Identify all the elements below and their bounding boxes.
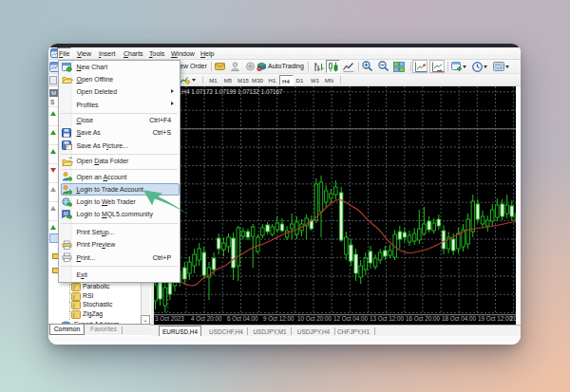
svg-text:18 Oct 04:00: 18 Oct 04:00 [442,315,477,322]
svg-text:M: M [64,211,68,216]
svg-text:4 Oct 20:00: 4 Oct 20:00 [191,315,222,322]
svg-text:13 Oct 12:00: 13 Oct 12:00 [370,315,405,322]
svg-text:12 Oct 04:00: 12 Oct 04:00 [333,315,369,322]
svg-text:6 Oct 04:00: 6 Oct 04:00 [227,315,258,322]
svg-text:9 Oct 12:00: 9 Oct 12:00 [263,315,294,322]
svg-text:19 Oct 12:00: 19 Oct 12:00 [478,315,513,322]
svg-text:10 Oct 20:00: 10 Oct 20:00 [297,315,332,322]
svg-text:16 Oct 20:00: 16 Oct 20:00 [406,315,441,322]
svg-text:3 Oct 2023: 3 Oct 2023 [155,315,184,322]
